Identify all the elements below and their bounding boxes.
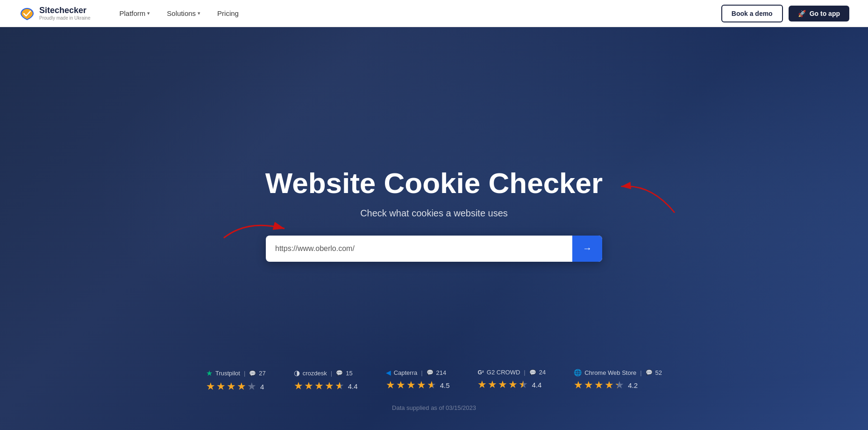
hero-content: Website Cookie Checker Check what cookie… <box>256 167 612 261</box>
logo-name: Sitechecker <box>39 6 91 15</box>
trustpilot-icon: ★ <box>206 369 213 378</box>
g2crowd-count: 24 <box>539 369 546 376</box>
nav-pricing[interactable]: Pricing <box>211 6 245 21</box>
nav-right-actions: Book a demo 🚀 Go to app <box>721 5 849 22</box>
logo-tagline: Proudly made in Ukraine <box>39 15 91 21</box>
crozdesk-stars: ★★★★★ <box>294 380 344 392</box>
crozdesk-label: crozdesk <box>303 370 327 377</box>
rating-g2crowd: G² G2 CROWD | 💬 24 ★★★★★ 4.4 <box>477 369 546 393</box>
rating-trustpilot: ★ Trustpilot | 💬 27 ★★★★★ 4 <box>206 369 266 393</box>
nav-links: Platform ▾ Solutions ▾ Pricing <box>113 6 721 21</box>
url-search-bar: → <box>266 236 602 262</box>
hero-section: Website Cookie Checker Check what cookie… <box>0 27 868 430</box>
chrome-score: 4.2 <box>628 381 638 389</box>
trustpilot-score: 4 <box>260 383 264 391</box>
hero-subtitle: Check what cookies a website uses <box>360 208 508 219</box>
trustpilot-stars: ★★★★★ <box>206 380 256 393</box>
platform-chevron-icon: ▾ <box>147 10 150 16</box>
chrome-count: 52 <box>655 369 662 376</box>
arrow-right-icon: → <box>583 243 592 254</box>
g2crowd-stars: ★★★★★ <box>477 379 528 391</box>
comment-icon-crozdesk: 💬 <box>336 370 343 376</box>
comment-icon-g2: 💬 <box>529 369 536 376</box>
rating-capterra: ◀ Capterra | 💬 214 ★★★★★ 4.5 <box>386 369 450 393</box>
trustpilot-count: 27 <box>259 370 265 377</box>
trustpilot-label: Trustpilot <box>215 370 240 377</box>
g2crowd-icon: G² <box>477 369 484 376</box>
crozdesk-count: 15 <box>346 370 352 377</box>
navbar: Sitechecker Proudly made in Ukraine Plat… <box>0 0 868 27</box>
chrome-stars: ★★★★★ <box>574 379 624 391</box>
g2crowd-score: 4.4 <box>532 381 541 389</box>
url-input[interactable] <box>266 237 572 260</box>
g2crowd-label: G2 CROWD <box>487 369 520 376</box>
chrome-label: Chrome Web Store <box>584 369 636 376</box>
right-arrow-indicator <box>613 167 685 220</box>
capterra-label: Capterra <box>394 369 418 376</box>
book-demo-button[interactable]: Book a demo <box>721 5 783 22</box>
comment-icon-capterra: 💬 <box>427 369 434 376</box>
crozdesk-icon: ◑ <box>294 369 300 377</box>
rating-chrome-webstore: 🌐 Chrome Web Store | 💬 52 ★★★★★ 4.2 <box>574 369 662 393</box>
capterra-icon: ◀ <box>386 369 391 376</box>
comment-icon: 💬 <box>249 370 256 377</box>
hero-title: Website Cookie Checker <box>265 167 603 199</box>
go-to-app-button[interactable]: 🚀 Go to app <box>789 6 849 22</box>
capterra-score: 4.5 <box>440 381 450 389</box>
nav-platform[interactable]: Platform ▾ <box>113 6 157 21</box>
rocket-icon: 🚀 <box>798 10 806 17</box>
logo-link[interactable]: Sitechecker Proudly made in Ukraine <box>19 5 91 22</box>
solutions-chevron-icon: ▾ <box>198 10 200 16</box>
search-submit-button[interactable]: → <box>572 236 602 262</box>
nav-solutions[interactable]: Solutions ▾ <box>160 6 207 21</box>
capterra-stars: ★★★★★ <box>386 379 436 391</box>
rating-crozdesk: ◑ crozdesk | 💬 15 ★★★★★ 4.4 <box>294 369 358 393</box>
capterra-count: 214 <box>436 369 447 376</box>
crozdesk-score: 4.4 <box>348 382 358 390</box>
ratings-section: ★ Trustpilot | 💬 27 ★★★★★ 4 ◑ crozdesk |… <box>0 369 868 393</box>
chrome-icon: 🌐 <box>574 369 582 376</box>
data-date-note: Data supplied as of 03/15/2023 <box>0 404 868 411</box>
comment-icon-chrome: 💬 <box>646 369 653 376</box>
logo-icon <box>19 5 36 22</box>
